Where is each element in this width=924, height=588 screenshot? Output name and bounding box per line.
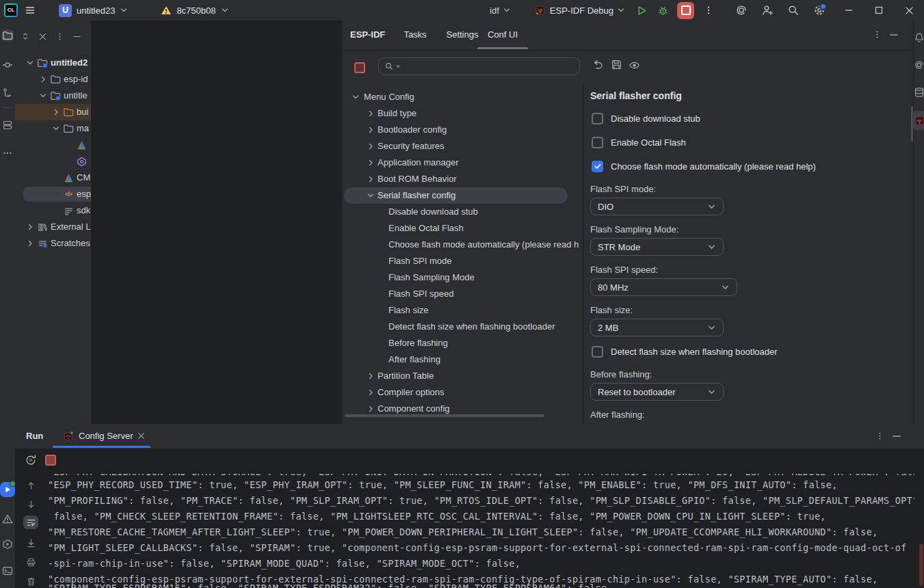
- panel-options-icon[interactable]: [55, 32, 64, 41]
- console-output[interactable]: "ESP_PHY_RECORD_USED_TIME": true, "ESP_P…: [48, 477, 914, 587]
- menu-tree-item[interactable]: After flashing: [342, 351, 579, 368]
- chevron-right-icon[interactable]: [367, 405, 375, 413]
- debug-button[interactable]: [657, 5, 669, 16]
- stop-process-icon[interactable]: [45, 455, 56, 466]
- checkbox-box[interactable]: [592, 137, 603, 148]
- project-tree-item[interactable]: ma: [15, 120, 92, 137]
- scroll-down-icon[interactable]: [23, 497, 38, 511]
- project-tree-item[interactable]: Scratches: [15, 235, 92, 252]
- menu-tree-item[interactable]: Flash Sampling Mode: [342, 269, 579, 286]
- project-tool-button[interactable]: [1, 29, 14, 42]
- search-history-chevron-icon[interactable]: [395, 64, 401, 69]
- menu-tree-item[interactable]: Detect flash size when flashing bootload…: [342, 319, 579, 335]
- menu-tree-item[interactable]: Serial flasher config: [342, 187, 579, 204]
- target-device-selector[interactable]: idf: [486, 1, 515, 19]
- soft-wrap-icon[interactable]: [23, 516, 38, 529]
- tab-conf-ui[interactable]: Conf UI: [477, 21, 528, 49]
- scroll-up-icon[interactable]: [23, 479, 38, 492]
- more-actions-icon[interactable]: [704, 5, 713, 15]
- commit-tool-button[interactable]: [1, 59, 14, 71]
- run-tool-button[interactable]: [0, 482, 15, 497]
- menu-tree-item[interactable]: Flash SPI mode: [342, 253, 579, 269]
- tab-tasks[interactable]: Tasks: [394, 21, 436, 49]
- project-tree-item[interactable]: </>esp: [15, 186, 92, 202]
- config-server-tab[interactable]: Config Server: [57, 424, 150, 448]
- menu-tree-item[interactable]: Flash SPI speed: [342, 286, 579, 302]
- print-icon[interactable]: [23, 555, 38, 569]
- checkbox-box[interactable]: [592, 346, 603, 358]
- chevron-right-icon[interactable]: [367, 388, 375, 397]
- more-tool-windows-button[interactable]: [1, 147, 14, 159]
- menu-tree-item[interactable]: Component config: [342, 401, 579, 414]
- problems-tool-button[interactable]: [1, 513, 14, 525]
- main-menu-icon[interactable]: [25, 5, 36, 16]
- chevron-right-icon[interactable]: [51, 107, 62, 118]
- project-tree-item[interactable]: untitled2: [15, 55, 92, 71]
- menu-tree-item[interactable]: Disable download stub: [342, 204, 579, 220]
- chevron-right-icon[interactable]: [25, 222, 36, 232]
- terminal-tool-button[interactable]: [1, 565, 14, 577]
- field-dropdown[interactable]: 2 MB: [590, 319, 724, 336]
- checkbox-box[interactable]: [592, 161, 603, 172]
- menu-tree-item[interactable]: Compiler options: [342, 384, 579, 401]
- window-maximize-button[interactable]: [864, 0, 894, 21]
- menu-tree-item[interactable]: Before flashing: [342, 335, 579, 351]
- stop-button[interactable]: [677, 2, 694, 19]
- chevron-right-icon[interactable]: [367, 175, 375, 183]
- scroll-to-end-icon[interactable]: [23, 536, 38, 550]
- chevron-right-icon[interactable]: [38, 74, 49, 85]
- project-selector[interactable]: U untitled23: [55, 1, 132, 19]
- window-minimize-button[interactable]: [834, 0, 864, 21]
- clear-all-icon[interactable]: [23, 574, 38, 588]
- field-dropdown[interactable]: STR Mode: [590, 238, 724, 256]
- checkbox-3[interactable]: Choose flash mode automatically (please …: [592, 160, 816, 172]
- menu-tree-item[interactable]: Application manager: [342, 155, 579, 171]
- chevron-down-icon[interactable]: [352, 93, 360, 101]
- rerun-icon[interactable]: [25, 454, 37, 466]
- stop-config-server-icon[interactable]: [354, 62, 365, 73]
- chevron-down-icon[interactable]: [38, 90, 49, 101]
- run-button[interactable]: [636, 5, 648, 16]
- project-tree-item[interactable]: [15, 153, 92, 170]
- project-tree-item[interactable]: untitle: [15, 88, 92, 104]
- menu-tree-item[interactable]: Boot ROM Behavior: [342, 171, 579, 187]
- editor-area[interactable]: [91, 21, 342, 424]
- ai-assistant-tool-icon[interactable]: [913, 59, 924, 71]
- structure-tool-button[interactable]: [1, 119, 14, 131]
- run-configuration-selector[interactable]: ESP-IDF Debug: [530, 1, 629, 19]
- window-close-button[interactable]: [894, 0, 924, 21]
- panel-hide-icon[interactable]: [889, 30, 899, 40]
- tree-form-divider[interactable]: [583, 83, 583, 424]
- checkbox-2[interactable]: Enable Octal Flash: [592, 136, 686, 148]
- undo-icon[interactable]: [592, 59, 604, 70]
- settings-gear-icon[interactable]: [813, 4, 826, 16]
- esp-idf-tool-icon[interactable]: [912, 111, 924, 130]
- project-tree-item[interactable]: esp-id: [15, 71, 92, 88]
- menu-tree-item[interactable]: Partition Table: [342, 368, 579, 384]
- project-tree-item[interactable]: [15, 137, 92, 153]
- checkbox-box[interactable]: [592, 113, 603, 124]
- add-user-icon[interactable]: [761, 4, 774, 16]
- chevron-right-icon[interactable]: [367, 372, 375, 380]
- menu-tree-item[interactable]: Security features: [342, 138, 579, 155]
- config-search-box[interactable]: [378, 57, 580, 75]
- project-tree-item[interactable]: sdk: [15, 202, 92, 219]
- services-tool-button[interactable]: [1, 538, 14, 550]
- panel-more-options-icon[interactable]: [875, 431, 884, 440]
- search-input[interactable]: [402, 58, 579, 75]
- panel-more-options-icon[interactable]: [873, 30, 882, 39]
- panel-hide-icon[interactable]: [892, 431, 901, 441]
- checkbox-1[interactable]: Disable download stub: [592, 112, 700, 124]
- console-scrollbar-thumb[interactable]: [919, 544, 923, 586]
- notifications-bell-icon[interactable]: [913, 31, 924, 44]
- vcs-widget[interactable]: 8c750b08: [157, 1, 233, 19]
- collapse-all-icon[interactable]: [38, 32, 47, 41]
- chevron-down-icon[interactable]: [51, 123, 62, 134]
- checkbox-8[interactable]: Detect flash size when flashing bootload…: [592, 345, 778, 358]
- save-icon[interactable]: [611, 59, 622, 70]
- chevron-down-icon[interactable]: [367, 191, 375, 200]
- menu-tree-item[interactable]: Bootloader config: [342, 122, 579, 138]
- chevron-down-icon[interactable]: [25, 57, 36, 68]
- close-tab-icon[interactable]: [137, 432, 145, 440]
- project-tree-item[interactable]: External L: [15, 219, 92, 235]
